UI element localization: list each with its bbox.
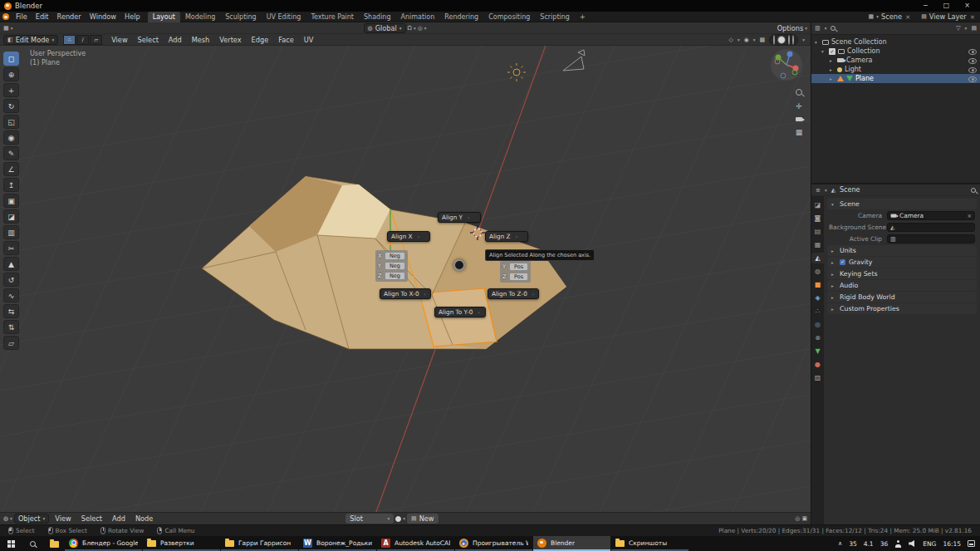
menu-help[interactable]: Help bbox=[120, 12, 145, 22]
shader-menu-node[interactable]: Node bbox=[131, 514, 157, 523]
material-browse-caret[interactable]: ▾ bbox=[403, 516, 405, 521]
shader-menu-view[interactable]: View bbox=[51, 514, 75, 523]
tray-expand-icon[interactable]: ∧ bbox=[838, 540, 842, 547]
menu-render[interactable]: Render bbox=[53, 12, 86, 22]
user-account-icon[interactable] bbox=[894, 540, 902, 548]
workspace-tab-layout[interactable]: Layout bbox=[148, 12, 180, 22]
align-z-button[interactable]: Align Z› bbox=[485, 231, 528, 242]
align-to-x0-button[interactable]: Align To X-0› bbox=[380, 288, 431, 299]
snap-magnet-icon[interactable]: Ω bbox=[408, 25, 412, 32]
shader-menu-add[interactable]: Add bbox=[108, 514, 130, 523]
taskbar-app-word-doc[interactable]: W Воронеж_Родькин_В... bbox=[299, 536, 376, 551]
zoom-icon[interactable] bbox=[796, 89, 802, 96]
mode-dropdown[interactable]: ◧ Edit Mode ▾ bbox=[3, 35, 58, 45]
editor-type-shader-icon[interactable]: ◍ bbox=[3, 515, 8, 522]
panel-gravity[interactable]: ▸ ✓ Gravity bbox=[827, 257, 977, 268]
tab-object-data-properties[interactable]: ▼ bbox=[811, 346, 824, 357]
scene-dropdown-caret[interactable]: ▾ bbox=[876, 14, 879, 19]
transform-orientation-dropdown[interactable]: ◍ Global ▾ bbox=[364, 23, 406, 33]
align-x-button[interactable]: Align X› bbox=[387, 231, 430, 242]
align-to-y0-button[interactable]: Align To Y-0› bbox=[434, 307, 486, 317]
show-overlays-icon[interactable]: ◉ bbox=[744, 37, 749, 43]
taskbar-app-garri-garrison[interactable]: Гарри Гаррисон bbox=[221, 536, 298, 551]
pin-icon[interactable]: ▣ bbox=[801, 515, 807, 522]
tool-shear-button[interactable]: ▱ bbox=[3, 336, 19, 350]
tool-transform-button[interactable]: ◉ bbox=[3, 130, 19, 145]
taskbar-search-button[interactable] bbox=[22, 536, 43, 551]
expand-icon[interactable]: ▸ bbox=[830, 67, 835, 72]
menu-add[interactable]: Add bbox=[164, 36, 186, 44]
menu-edit[interactable]: Edit bbox=[32, 12, 53, 22]
shader-type-dropdown[interactable]: Object ▾ bbox=[14, 514, 49, 524]
neg-y-button[interactable]: Neg bbox=[385, 262, 405, 270]
menu-view[interactable]: View bbox=[107, 36, 131, 44]
snap-node-icon[interactable]: ◎ bbox=[795, 515, 800, 522]
edge-select-mode-button[interactable]: ∕ bbox=[76, 35, 89, 45]
tab-constraint-properties[interactable]: ⊗ bbox=[811, 332, 824, 343]
material-sphere-icon[interactable] bbox=[395, 516, 401, 522]
tool-scale-button[interactable]: ◱ bbox=[3, 115, 19, 129]
outliner-row-light[interactable]: ▸ Light bbox=[811, 65, 980, 74]
workspace-tab-shading[interactable]: Shading bbox=[359, 12, 396, 22]
tool-shrink-fatten-button[interactable]: ⇅ bbox=[3, 320, 19, 334]
snap-options-caret[interactable]: ▾ bbox=[414, 26, 416, 31]
expand-icon[interactable]: ▸ bbox=[830, 58, 835, 63]
options-menu[interactable]: Options bbox=[777, 24, 804, 32]
outliner-row-plane[interactable]: ▸ Plane bbox=[811, 74, 980, 83]
editor-type-caret[interactable]: ▾ bbox=[11, 26, 13, 31]
tab-render-properties[interactable]: ◙ bbox=[811, 213, 824, 224]
view-layer-unlink-icon[interactable]: × bbox=[969, 13, 976, 21]
background-scene-field[interactable]: ◭ bbox=[887, 223, 975, 232]
tool-edge-slide-button[interactable]: ⇆ bbox=[3, 304, 19, 318]
workspace-tab-texture-paint[interactable]: Texture Paint bbox=[306, 12, 359, 22]
visibility-eye-icon[interactable] bbox=[968, 47, 977, 56]
notification-center-icon[interactable] bbox=[968, 540, 975, 547]
workspace-tab-modeling[interactable]: Modeling bbox=[180, 12, 220, 22]
tool-inset-faces-button[interactable]: ▣ bbox=[3, 194, 19, 208]
filter-caret[interactable]: ▾ bbox=[965, 26, 968, 31]
tool-annotate-button[interactable]: ✎ bbox=[3, 146, 19, 160]
tray-indicator-2[interactable]: 4.1 bbox=[864, 540, 874, 548]
close-button[interactable]: × bbox=[958, 0, 976, 12]
neg-z-button[interactable]: Neg bbox=[385, 272, 405, 280]
align-to-z0-button[interactable]: Align To Z-0› bbox=[488, 288, 539, 299]
add-workspace-button[interactable]: + bbox=[575, 12, 590, 22]
shading-material-button[interactable] bbox=[788, 36, 790, 44]
tool-measure-button[interactable]: ∠ bbox=[3, 162, 19, 176]
tool-bevel-button[interactable]: ◪ bbox=[3, 209, 19, 224]
3d-viewport[interactable]: User Perspective (1) Plane ◻ ⊕ + ↻ ◱ ◉ ✎… bbox=[0, 46, 811, 512]
visibility-eye-icon[interactable] bbox=[968, 75, 977, 83]
visibility-eye-icon[interactable] bbox=[968, 57, 977, 65]
tab-output-properties[interactable]: ▤ bbox=[811, 226, 824, 237]
menu-edge[interactable]: Edge bbox=[247, 36, 273, 44]
selected-vertex[interactable] bbox=[389, 242, 392, 245]
properties-type-caret[interactable]: ▾ bbox=[825, 188, 827, 193]
workspace-tab-uv-editing[interactable]: UV Editing bbox=[262, 12, 306, 22]
menu-mesh[interactable]: Mesh bbox=[188, 36, 214, 44]
menu-file[interactable]: File bbox=[12, 12, 32, 22]
tool-loop-cut-button[interactable]: ▥ bbox=[3, 225, 19, 239]
neg-x-button[interactable]: Neg bbox=[385, 252, 405, 260]
language-indicator[interactable]: ENG bbox=[923, 540, 936, 548]
xray-toggle-icon[interactable]: ▩ bbox=[760, 37, 766, 43]
tool-cursor-button[interactable]: ⊕ bbox=[3, 67, 19, 81]
proportional-editing-icon[interactable]: ◎ bbox=[418, 25, 423, 32]
scene-camera-field[interactable]: Camera × bbox=[887, 211, 975, 220]
shading-caret[interactable]: ▾ bbox=[802, 37, 805, 42]
panel-keying-sets[interactable]: ▸ Keying Sets bbox=[827, 268, 977, 279]
tab-tool-properties[interactable]: ◪ bbox=[811, 199, 824, 210]
start-button[interactable] bbox=[0, 536, 22, 551]
tab-texture-properties[interactable]: ▨ bbox=[811, 372, 824, 383]
shading-rendered-button[interactable] bbox=[792, 36, 794, 44]
minimize-button[interactable]: ─ bbox=[917, 0, 934, 12]
workspace-tab-rendering[interactable]: Rendering bbox=[439, 12, 483, 22]
expand-icon[interactable]: ▸ bbox=[830, 76, 835, 81]
tray-indicator-1[interactable]: 35 bbox=[849, 540, 857, 548]
workspace-tab-animation[interactable]: Animation bbox=[396, 12, 440, 22]
panel-custom-properties[interactable]: ▸ Custom Properties bbox=[827, 303, 977, 314]
volume-icon[interactable] bbox=[909, 540, 916, 547]
navigation-gizmo[interactable] bbox=[771, 49, 802, 81]
outliner-row-camera[interactable]: ▸ Camera bbox=[811, 56, 980, 65]
shading-solid-button[interactable] bbox=[777, 36, 786, 44]
proportional-editing-caret[interactable]: ▾ bbox=[424, 26, 427, 31]
